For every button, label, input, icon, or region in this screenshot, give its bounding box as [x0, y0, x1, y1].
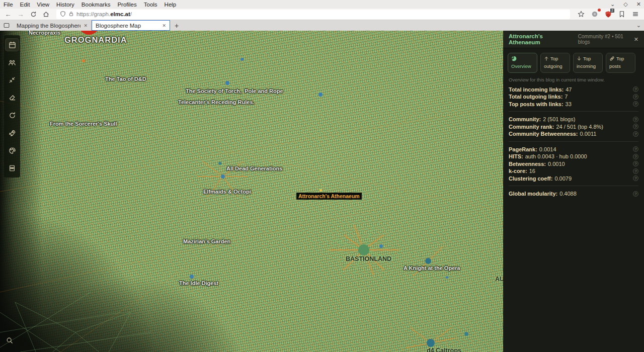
graph-label[interactable]: The Tao of D&D	[105, 76, 146, 82]
tracking-protection-icon[interactable]	[60, 11, 66, 18]
panel-close-icon[interactable]: ✕	[634, 36, 638, 43]
panel-header: Attronarch's Athenaeum Community #2 • 50…	[503, 31, 644, 48]
panel-subtitle: Community #2 • 501 blogs	[578, 34, 634, 45]
graph-node[interactable]	[427, 339, 435, 347]
graph-node[interactable]	[82, 59, 85, 62]
panel-title: Attronarch's Athenaeum	[509, 33, 573, 45]
reload-icon[interactable]	[29, 10, 37, 18]
graph-label[interactable]: d4 Caltrops	[427, 347, 461, 352]
graph-node[interactable]	[190, 275, 194, 279]
graph-label[interactable]: AU	[495, 276, 503, 283]
graph-label[interactable]: Telecanter's Receding Rules.	[178, 99, 255, 105]
back-icon[interactable]: ←	[4, 10, 12, 18]
menu-file[interactable]: File	[4, 2, 13, 8]
graph-label[interactable]: The Idle Digest	[179, 280, 218, 286]
graph-label[interactable]: Mazirian's Garden	[183, 238, 230, 244]
menu-view[interactable]: View	[37, 2, 49, 8]
stat-row: k-core:16?	[509, 167, 638, 175]
extension-icon[interactable]	[590, 10, 599, 18]
book-icon[interactable]	[6, 162, 19, 174]
refresh-icon[interactable]	[6, 109, 19, 121]
calendar-icon[interactable]	[6, 39, 19, 51]
graph-label[interactable]: All Dead Generations	[226, 165, 282, 171]
menu-bookmarks[interactable]: Bookmarks	[82, 2, 111, 8]
details-panel: Attronarch's Athenaeum Community #2 • 50…	[503, 31, 644, 352]
stat-group: PageRank:0.0014?HITS:auth 0.0043 · hub 0…	[509, 142, 638, 187]
help-icon[interactable]: ?	[633, 191, 638, 197]
window-close-icon[interactable]: ✕	[636, 1, 641, 8]
graph-canvas[interactable]: NecropraxisGROGNARDIAThe Tao of D&DThe S…	[0, 31, 503, 352]
forward-icon[interactable]: →	[17, 10, 25, 18]
graph-node[interactable]	[218, 162, 221, 165]
menu-icon[interactable]	[631, 10, 640, 18]
home-icon[interactable]	[42, 10, 50, 18]
bookmark-star-icon[interactable]	[577, 10, 586, 18]
window-maximize-icon[interactable]: ◇	[623, 1, 627, 8]
help-icon[interactable]: ?	[633, 124, 638, 129]
graph-node[interactable]	[358, 244, 369, 255]
tab-top-incoming[interactable]: Top incoming	[573, 53, 603, 73]
help-icon[interactable]: ?	[633, 168, 638, 174]
stat-row: Community Betweenness:0.0011?	[509, 130, 638, 138]
menu-profiles[interactable]: Profiles	[117, 2, 136, 8]
shield-icon[interactable]: 2	[604, 10, 613, 18]
help-icon[interactable]: ?	[633, 146, 638, 152]
arrow-up-icon	[544, 56, 549, 63]
library-icon[interactable]	[617, 10, 626, 18]
palette-icon[interactable]	[6, 144, 19, 156]
help-icon[interactable]: ?	[633, 154, 638, 159]
lock-icon[interactable]	[68, 11, 74, 18]
graph-node[interactable]	[425, 258, 431, 264]
search-icon[interactable]	[6, 337, 13, 346]
tab-mapping-the-blogosphere[interactable]: Mapping the Blogosphere | AMC ✕	[13, 20, 92, 31]
graph-label[interactable]: BASTIONLAND	[346, 255, 391, 262]
menu-edit[interactable]: Edit	[20, 2, 30, 8]
graph-label[interactable]: GROGNARDIA	[64, 35, 127, 45]
menu-history[interactable]: History	[56, 2, 74, 8]
eraser-icon[interactable]	[6, 92, 19, 104]
help-icon[interactable]: ?	[633, 161, 638, 166]
tab-blogosphere-map[interactable]: Blogosphere Map ✕	[92, 20, 170, 31]
graph-node[interactable]	[318, 93, 323, 97]
graph-label[interactable]: Elfmaids & Octopi	[203, 189, 251, 195]
help-icon[interactable]: ?	[633, 101, 638, 107]
graph-label[interactable]: A Knight at the Opera	[404, 265, 460, 271]
help-icon[interactable]: ?	[633, 94, 638, 100]
tab-strip: Mapping the Blogosphere | AMC ✕ Blogosph…	[0, 20, 644, 31]
stat-row: Global modularity:0.4088?	[509, 190, 638, 198]
list-all-tabs-icon[interactable]: ⌄	[636, 20, 641, 31]
tab-top-outgoing[interactable]: Top outgoing	[540, 53, 570, 73]
menu-help[interactable]: Help	[165, 2, 177, 8]
graph-node[interactable]	[379, 244, 383, 248]
graph-node[interactable]	[240, 58, 244, 61]
tab-overview[interactable]: Overview	[508, 53, 537, 73]
menu-tools[interactable]: Tools	[144, 2, 157, 8]
tab-close-icon[interactable]: ✕	[84, 23, 88, 28]
graph-label[interactable]: The Society of Torch, Pole and Rope	[186, 88, 283, 94]
help-icon[interactable]: ?	[633, 117, 638, 122]
community-icon[interactable]	[6, 56, 19, 68]
graph-node[interactable]	[221, 174, 225, 179]
help-icon[interactable]: ?	[633, 86, 638, 92]
stat-row: Total outgoing links:7?	[509, 93, 638, 101]
graph-label[interactable]: From the Sorcerer's Skull	[50, 121, 117, 127]
help-icon[interactable]: ?	[633, 131, 638, 137]
graph-node[interactable]	[464, 332, 468, 336]
tab-close-icon[interactable]: ✕	[162, 23, 166, 28]
graph-node[interactable]	[446, 276, 448, 279]
graph-label[interactable]: Attronarch's Athenaeum	[296, 193, 362, 200]
firefox-view-icon[interactable]	[0, 20, 13, 31]
graph-node[interactable]	[319, 189, 322, 192]
help-icon[interactable]: ?	[633, 175, 638, 181]
url-bar[interactable]: https://graph.elmc.at/	[56, 10, 570, 19]
stat-row: PageRank:0.0014?	[509, 146, 638, 153]
fit-view-icon[interactable]	[6, 74, 19, 86]
new-tab-icon[interactable]: +	[170, 20, 183, 31]
graph-node[interactable]	[225, 81, 229, 85]
window-minimize-icon[interactable]: ⌄	[610, 1, 615, 8]
rocket-icon[interactable]	[6, 127, 19, 139]
tab-top-posts[interactable]: Top posts	[606, 53, 635, 73]
graph-label[interactable]: Necropraxis	[29, 31, 61, 36]
panel-stats: Total incoming links:47?Total outgoing l…	[503, 84, 644, 201]
graph-toolbar	[4, 35, 20, 178]
